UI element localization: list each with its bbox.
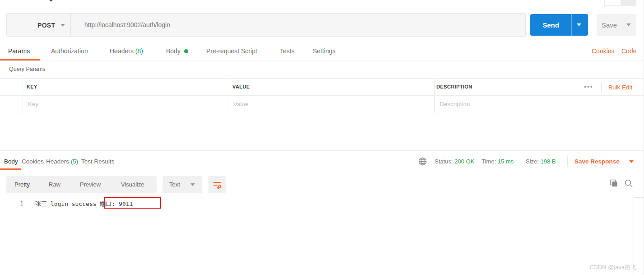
view-tab-raw[interactable]: Raw [49, 181, 60, 188]
send-options-caret-icon[interactable] [577, 23, 581, 26]
size-indicator: Size: 198 B [526, 158, 556, 165]
table-border [23, 78, 23, 113]
params-menu-dots-icon[interactable]: ••• [584, 83, 593, 90]
send-button[interactable]: Send [530, 14, 588, 36]
time-value: 15 ms [498, 158, 514, 165]
time-indicator: Time: 15 ms [482, 158, 514, 165]
view-tab-visualize[interactable]: Visualize [121, 181, 144, 188]
query-params-title: Query Params [9, 66, 46, 72]
save-button[interactable]: Save [597, 14, 636, 36]
tab-headers[interactable]: Headers (8) [110, 47, 143, 55]
copy-icon[interactable] [609, 179, 618, 190]
cutoff-toolbar-fragment [604, 0, 636, 6]
save-response-button[interactable]: Save Response [575, 158, 620, 165]
line-number: 1 [20, 200, 23, 207]
wrap-lines-button[interactable] [208, 176, 226, 193]
tab-tests[interactable]: Tests [280, 47, 295, 55]
search-icon[interactable] [624, 179, 633, 190]
format-caret-icon[interactable] [190, 183, 195, 186]
divider [0, 150, 644, 151]
body-set-dot-icon [184, 49, 188, 53]
save-options-caret-icon[interactable] [626, 23, 631, 26]
method-caret-icon[interactable] [60, 24, 65, 27]
url-input[interactable] [77, 14, 519, 36]
column-header-description: DESCRIPTION [436, 84, 473, 89]
divider [567, 156, 568, 167]
view-tab-preview[interactable]: Preview [80, 181, 101, 188]
response-tab-headers[interactable]: Headers (5) [46, 158, 78, 165]
column-header-key: KEY [27, 84, 37, 89]
code-link[interactable]: Code [621, 47, 636, 55]
send-button-label[interactable]: Send [530, 14, 571, 36]
column-header-value: VALUE [232, 84, 250, 89]
status-indicator: Status: 200 OK [435, 158, 474, 165]
scrollbar-track [634, 197, 644, 198]
save-response-caret-icon[interactable] [629, 160, 634, 163]
response-headers-count: (5) [71, 158, 79, 165]
network-globe-icon[interactable] [418, 157, 427, 168]
method-select[interactable]: POST [37, 22, 55, 29]
cookies-link[interactable]: Cookies [592, 47, 615, 55]
bulk-edit-link[interactable]: Bulk Edit [608, 84, 632, 91]
response-tab-body[interactable]: Body [4, 158, 18, 165]
divider [571, 14, 572, 36]
tab-pre-request-script[interactable]: Pre-request Script [206, 47, 257, 55]
param-description-input[interactable] [440, 98, 575, 109]
tab-authorization[interactable]: Authorization [51, 47, 88, 55]
red-annotation-box [104, 197, 161, 209]
request-url-bar: POST [6, 13, 526, 37]
table-border [0, 78, 644, 79]
param-value-input[interactable] [233, 98, 427, 109]
tab-body[interactable]: Body [166, 47, 181, 55]
watermark: CSDN @java路飞 [590, 263, 637, 271]
format-select-label[interactable]: Text [169, 181, 180, 188]
status-value: 200 OK [454, 158, 474, 165]
table-border [0, 113, 644, 113]
headers-count: (8) [135, 47, 143, 55]
tab-params[interactable]: Params [8, 47, 30, 55]
active-response-tab-underline [0, 168, 21, 170]
view-tab-pretty[interactable]: Pretty [14, 181, 30, 188]
wrap-lines-icon [213, 181, 222, 189]
response-tab-test-results[interactable]: Test Results [81, 158, 115, 165]
size-value: 198 B [541, 158, 556, 165]
divider [0, 61, 644, 61]
table-border [228, 78, 228, 113]
save-button-label[interactable]: Save [597, 14, 622, 36]
table-border [434, 78, 435, 113]
divider [70, 14, 71, 36]
response-tab-cookies[interactable]: Cookies [22, 158, 44, 165]
divider [601, 83, 602, 92]
postman-app: { "request": { "method": "POST", "url": … [0, 0, 644, 275]
divider [622, 18, 622, 32]
param-key-input[interactable] [28, 98, 222, 109]
tab-settings[interactable]: Settings [313, 47, 336, 55]
cutoff-toolbar-segment [605, 0, 621, 5]
format-select[interactable] [162, 176, 202, 193]
table-border [0, 95, 644, 96]
cutoff-text-fragment [50, 0, 52, 1]
